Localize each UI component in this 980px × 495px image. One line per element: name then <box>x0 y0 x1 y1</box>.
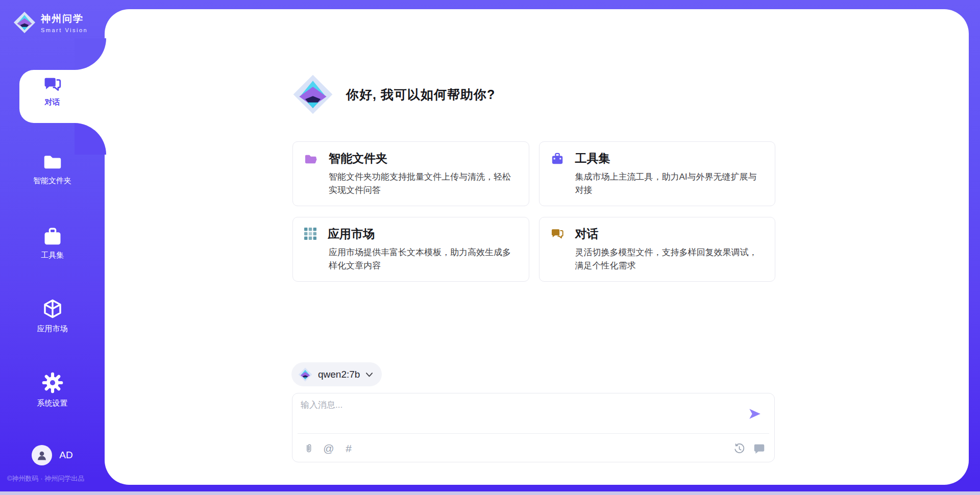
chevron-down-icon <box>365 372 373 378</box>
input-divider <box>298 433 769 434</box>
card-toolset[interactable]: 工具集 集成市场上主流工具，助力AI与外界无缝扩展与对接 <box>539 141 776 206</box>
sidebar-item-app-market[interactable]: 应用市场 <box>0 298 105 334</box>
hash-icon[interactable]: # <box>342 442 355 455</box>
card-description: 灵活切换多模型文件，支持多样回复效果调试，满足个性化需求 <box>575 246 763 273</box>
briefcase-icon <box>42 227 63 246</box>
gear-icon <box>41 372 64 394</box>
paperclip-icon[interactable] <box>303 442 315 455</box>
card-title: 智能文件夹 <box>329 151 387 166</box>
avatar <box>32 445 52 465</box>
diamond-logo-icon <box>292 74 333 115</box>
tab-fillet-top <box>75 38 106 70</box>
folder-icon <box>42 152 63 171</box>
sidebar-item-label: 应用市场 <box>37 324 68 334</box>
card-description: 智能文件夹功能支持批量文件上传与清洗，轻松实现文件问答 <box>329 170 517 197</box>
sidebar-item-toolset[interactable]: 工具集 <box>0 227 105 260</box>
sidebar-item-chat[interactable]: 对话 <box>0 76 105 107</box>
sidebar: 神州问学 Smart Vision 对话 智能文件夹 工具集 应用市场 系统设 <box>0 0 105 485</box>
brand-name: 神州问学 <box>41 12 88 26</box>
message-input-card: @ # <box>292 393 775 462</box>
card-title: 应用市场 <box>328 226 375 242</box>
briefcase-icon <box>551 152 564 165</box>
message-input[interactable] <box>301 399 734 429</box>
card-description: 集成市场上主流工具，助力AI与外界无缝扩展与对接 <box>575 170 763 197</box>
sidebar-item-smart-folder[interactable]: 智能文件夹 <box>0 152 105 186</box>
feature-cards: 智能文件夹 智能文件夹功能支持批量文件上传与清洗，轻松实现文件问答 工具集 集成… <box>292 141 775 282</box>
brand-logo: 神州问学 Smart Vision <box>13 11 88 34</box>
at-icon[interactable]: @ <box>323 442 335 455</box>
sidebar-item-label: 对话 <box>45 97 60 107</box>
comment-icon[interactable] <box>753 442 765 455</box>
chat-icon <box>43 76 62 93</box>
model-name: qwen2:7b <box>318 369 360 380</box>
history-icon[interactable] <box>733 442 745 455</box>
sidebar-item-label: 智能文件夹 <box>33 176 71 186</box>
sidebar-item-label: 工具集 <box>41 251 64 260</box>
card-app-market[interactable]: 应用市场 应用市场提供丰富长文本模板，助力高效生成多样化文章内容 <box>292 217 529 282</box>
card-chat[interactable]: 对话 灵活切换多模型文件，支持多样回复效果调试，满足个性化需求 <box>539 217 776 282</box>
sidebar-item-settings[interactable]: 系统设置 <box>0 372 105 408</box>
card-title: 对话 <box>575 226 599 242</box>
send-icon[interactable] <box>748 407 762 421</box>
copyright-footer: ©神州数码 · 神州问学出品 <box>7 474 84 483</box>
tab-fillet-bottom <box>75 123 106 155</box>
card-description: 应用市场提供丰富长文本模板，助力高效生成多样化文章内容 <box>329 246 517 273</box>
input-toolbar: @ # <box>303 440 765 457</box>
cube-icon <box>42 298 63 319</box>
user-initials: AD <box>59 450 72 461</box>
folder-open-icon <box>304 153 317 164</box>
chat-icon <box>551 228 564 240</box>
diamond-logo-icon <box>298 367 312 382</box>
card-smart-folder[interactable]: 智能文件夹 智能文件夹功能支持批量文件上传与清洗，轻松实现文件问答 <box>292 141 529 206</box>
model-selector[interactable]: qwen2:7b <box>291 362 382 386</box>
diamond-logo-icon <box>13 11 36 34</box>
brand-subtitle: Smart Vision <box>41 27 88 33</box>
window-bottom-edge <box>0 491 980 495</box>
user-chip[interactable]: AD <box>0 445 105 465</box>
greeting-block: 你好, 我可以如何帮助你? <box>292 74 495 115</box>
sidebar-item-label: 系统设置 <box>37 399 68 408</box>
grid-icon <box>304 228 316 240</box>
greeting-title: 你好, 我可以如何帮助你? <box>346 86 495 103</box>
card-title: 工具集 <box>575 151 610 166</box>
